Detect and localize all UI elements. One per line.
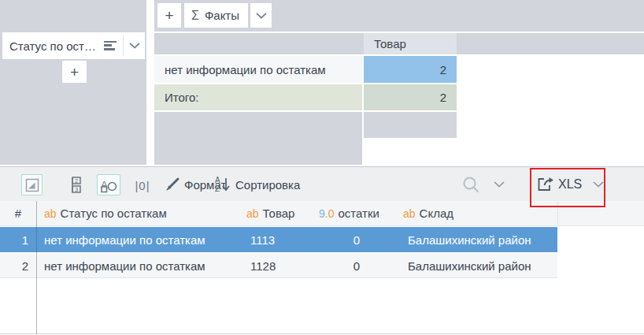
window-bottom-border — [0, 333, 644, 334]
search-icon — [462, 176, 480, 194]
search-button[interactable] — [461, 175, 480, 194]
pivot-rows-panel: Статус по ост… + — [0, 0, 146, 165]
numeric-type-icon: 9 — [319, 207, 325, 220]
grid-bottom-border — [0, 277, 557, 278]
add-row-dimension-button[interactable]: + — [62, 61, 87, 83]
status-cell: нет информации по остаткам — [36, 254, 240, 277]
text-type-icon: ab — [246, 207, 259, 220]
text-type-icon: ab — [44, 207, 57, 220]
row-field-label: Статус по ост… — [2, 39, 104, 53]
show-zeros-button[interactable]: |0| — [131, 176, 154, 195]
letter-shapes-icon: A — [99, 177, 118, 193]
status-cell: нет информации по остаткам — [36, 227, 240, 252]
export-xls-icon-area[interactable] — [535, 175, 556, 193]
grid-header-row: # ab Статус по остаткам ab Товар 9 .0 ос… — [0, 201, 644, 226]
export-options-chevron[interactable] — [592, 179, 605, 190]
sort-button-icon-area[interactable]: A Z — [214, 175, 231, 194]
brush-icon — [164, 176, 181, 193]
pivot-row-label[interactable]: нет информации по остаткам — [154, 56, 362, 83]
facts-label: Факты — [205, 9, 239, 22]
chart-frame-icon — [25, 178, 39, 192]
text-type-icon: ab — [403, 207, 416, 220]
svg-text:2: 2 — [75, 177, 78, 184]
zeros-icon: |0| — [135, 179, 150, 192]
pivot-empty-area-labels — [154, 112, 362, 165]
grid-row[interactable]: 2 нет информации по остаткам 1128 0 Бала… — [0, 254, 557, 277]
export-icon — [536, 176, 555, 192]
row-index-cell: 1 — [0, 227, 36, 252]
sklad-cell: Балашихинский район — [400, 254, 557, 277]
column-header-status[interactable]: ab Статус по остаткам — [36, 201, 240, 225]
pivot-facts-bar: + Σ Факты — [154, 0, 644, 32]
column-header-ostatki[interactable]: 9 .0 остатки — [313, 201, 400, 225]
sklad-cell: Балашихинский район — [400, 227, 557, 252]
az-sort-icon: A Z — [214, 175, 231, 194]
grid-toolbar: 2 3 A |0| — [0, 166, 644, 201]
svg-text:3: 3 — [75, 186, 78, 193]
chart-view-toggle-button[interactable] — [21, 174, 43, 195]
pivot-cell-selected[interactable]: 2 — [364, 56, 457, 83]
pivot-total-label[interactable]: Итого: — [154, 84, 362, 110]
tovar-cell: 1113 — [240, 227, 313, 252]
sort-button[interactable]: Сортировка — [235, 176, 300, 193]
ostatki-cell: 0 — [313, 227, 400, 252]
pivot-column-header-tovar[interactable]: Товар — [364, 33, 457, 54]
svg-text:A: A — [215, 176, 220, 184]
sigma-icon: Σ — [191, 9, 199, 23]
pivot-column-header-strip: Товар — [154, 33, 644, 54]
column-header-tovar[interactable]: ab Товар — [240, 201, 313, 225]
ostatki-cell: 0 — [313, 254, 400, 277]
numbered-rows-icon: 2 3 — [68, 176, 85, 195]
column-header-sklad[interactable]: ab Склад — [400, 201, 557, 225]
facts-field-chip[interactable]: Σ Факты — [184, 3, 248, 28]
row-numbering-button[interactable]: 2 3 — [66, 175, 87, 195]
numeric-type-icon-decimal: .0 — [325, 207, 335, 220]
auto-type-detect-button[interactable]: A — [97, 174, 120, 195]
chevron-down-icon[interactable] — [250, 3, 272, 28]
row-index-cell: 2 — [0, 254, 36, 277]
format-button-icon-area[interactable] — [164, 176, 181, 193]
grid-row-selected[interactable]: 1 нет информации по остаткам 1113 0 Бала… — [0, 227, 557, 252]
export-xls-button[interactable]: XLS — [558, 176, 582, 193]
svg-text:Z: Z — [215, 184, 220, 193]
add-fact-button[interactable]: + — [157, 3, 181, 28]
pivot-empty-area-values — [364, 112, 457, 138]
column-header-index[interactable]: # — [0, 201, 36, 225]
index-column-divider — [36, 201, 37, 334]
tovar-cell: 1128 — [240, 254, 313, 277]
pivot-total-value[interactable]: 2 — [364, 84, 457, 110]
search-options-chevron[interactable] — [493, 179, 505, 190]
bi-workspace: Статус по ост… + + Σ Факты Товар нет инф… — [0, 0, 644, 335]
sort-bars-icon[interactable] — [104, 41, 117, 50]
column-divider — [557, 201, 558, 225]
chevron-down-icon[interactable] — [124, 43, 145, 49]
row-field-chip[interactable]: Статус по ост… — [2, 32, 145, 59]
